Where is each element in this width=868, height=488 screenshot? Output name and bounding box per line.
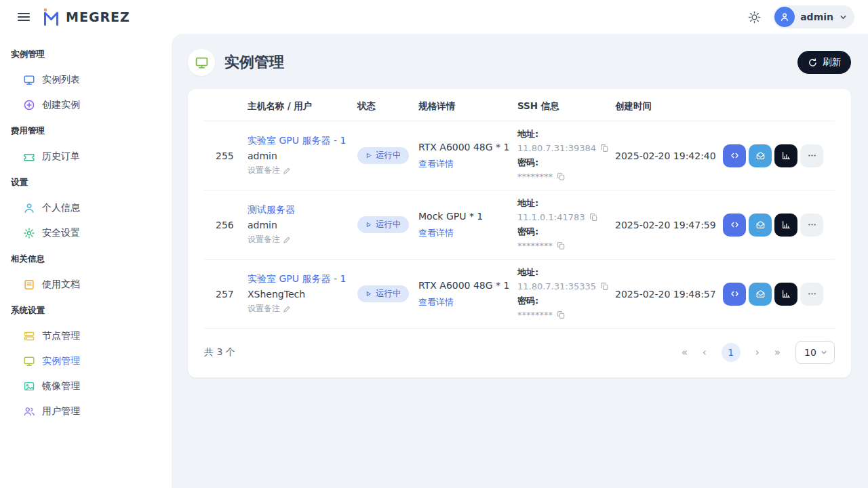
page-size-select[interactable]: 10 [795,341,835,364]
mail-button[interactable] [749,144,772,167]
refresh-icon [808,58,818,68]
chevron-down-icon [820,348,828,357]
status-badge: 运行中 [357,147,409,164]
ssh-address-label: 地址: [517,197,615,210]
view-details-link[interactable]: 查看详情 [418,159,454,169]
terminal-button[interactable] [723,144,746,167]
header-spec: 规格详情 [418,100,517,113]
set-remark-link[interactable]: 设置备注 [248,303,357,314]
person-icon [23,202,35,214]
sidebar-item-instance-list[interactable]: 实例列表 [0,67,172,92]
sidebar-item-node-mgmt[interactable]: 节点管理 [0,323,172,348]
code-icon [730,220,740,230]
sidebar-item-label: 用户管理 [42,405,80,418]
copy-icon[interactable] [600,144,609,152]
row-user: XShengTech [248,289,357,300]
theme-toggle-sun-icon[interactable] [748,11,761,24]
row-user: admin [248,150,357,161]
terminal-button[interactable] [723,214,746,237]
code-icon [730,289,740,299]
sidebar-item-label: 历史订单 [42,150,80,163]
copy-icon[interactable] [589,213,598,222]
host-link[interactable]: 实验室 GPU 服务器 - 1 [248,135,357,147]
monitoring-button[interactable] [774,283,797,306]
sidebar-item-user-mgmt[interactable]: 用户管理 [0,399,172,424]
refresh-button[interactable]: 刷新 [797,51,851,74]
ssh-password-label: 密码: [517,294,615,308]
more-actions-button[interactable] [800,144,823,167]
book-icon [23,279,35,291]
mail-button[interactable] [749,283,772,306]
sidebar-item-label: 实例管理 [42,354,80,367]
monitoring-button[interactable] [774,144,797,167]
created-time: 2025-02-20 19:42:40 [615,150,722,161]
sidebar: 实例管理 实例列表 创建实例 费用管理 历史订单 [0,34,172,488]
sidebar-item-image-mgmt[interactable]: 镜像管理 [0,373,172,399]
page-title: 实例管理 [224,52,284,73]
monitoring-button[interactable] [774,214,797,237]
next-page-button[interactable]: › [755,348,760,358]
ellipsis-icon [807,220,817,230]
spec-text: RTX A6000 48G * 1 [418,280,517,291]
pencil-icon [283,236,291,244]
pencil-icon [283,305,291,313]
copy-icon[interactable] [557,172,566,181]
terminal-button[interactable] [723,283,746,306]
ssh-password: ******** [517,308,553,322]
header-status: 状态 [357,100,418,113]
page-header: 实例管理 刷新 [188,47,851,77]
sidebar-item-label: 安全设置 [42,226,80,239]
first-page-button[interactable]: « [682,348,688,358]
play-icon [365,221,372,228]
view-details-link[interactable]: 查看详情 [418,228,454,238]
bar-chart-icon [781,220,791,230]
prev-page-button[interactable]: ‹ [703,348,707,358]
user-name: admin [800,12,833,22]
brand-logo: MEGREZ [42,7,130,27]
sidebar-item-security-settings[interactable]: 安全设置 [0,220,172,245]
monitor-icon [23,355,35,367]
sidebar-item-create-instance[interactable]: 创建实例 [0,92,172,117]
copy-icon[interactable] [557,241,566,250]
table-footer: 共 3 个 « ‹ 1 › » 10 [204,341,835,364]
mail-button[interactable] [749,214,772,237]
more-actions-button[interactable] [800,214,823,237]
set-remark-link[interactable]: 设置备注 [248,165,357,176]
sidebar-item-order-history[interactable]: 历史订单 [0,144,172,169]
code-icon [730,150,740,161]
ticket-icon [23,150,35,163]
host-link[interactable]: 实验室 GPU 服务器 - 1 [248,273,357,285]
bar-chart-icon [781,150,791,161]
sidebar-item-label: 实例列表 [42,73,80,86]
monitor-icon [23,74,35,86]
sidebar-section-billing: 费用管理 [0,119,172,144]
more-actions-button[interactable] [800,283,823,306]
table-header-row: 主机名称 / 用户 状态 规格详情 SSH 信息 创建时间 [204,92,835,121]
set-remark-link[interactable]: 设置备注 [248,234,357,245]
ssh-password: ******** [517,169,553,184]
ssh-address: 11.1.0.1:41783 [517,210,585,224]
user-menu[interactable]: admin [773,5,854,28]
menu-toggle-icon[interactable] [15,8,33,26]
last-page-button[interactable]: » [774,348,781,358]
sidebar-section-settings: 设置 [0,170,172,195]
page-number[interactable]: 1 [722,343,741,362]
status-badge: 运行中 [357,285,409,302]
sidebar-item-documentation[interactable]: 使用文档 [0,272,172,297]
play-icon [365,152,372,159]
host-link[interactable]: 测试服务器 [248,204,357,216]
topbar: MEGREZ admin [0,0,868,34]
copy-icon[interactable] [600,282,609,291]
total-count: 共 3 个 [204,346,235,359]
copy-icon[interactable] [557,310,566,319]
sidebar-section-related-info: 相关信息 [0,247,172,272]
view-details-link[interactable]: 查看详情 [418,297,454,307]
server-icon [23,330,35,342]
image-icon [23,380,35,392]
sidebar-item-label: 个人信息 [42,201,80,214]
created-time: 2025-02-20 19:48:57 [615,289,722,300]
sidebar-item-personal-info[interactable]: 个人信息 [0,195,172,220]
sidebar-item-instance-mgmt[interactable]: 实例管理 [0,348,172,373]
pencil-icon [283,167,291,175]
table-row: 257 实验室 GPU 服务器 - 1 XShengTech 设置备注 运行中 [204,260,835,329]
